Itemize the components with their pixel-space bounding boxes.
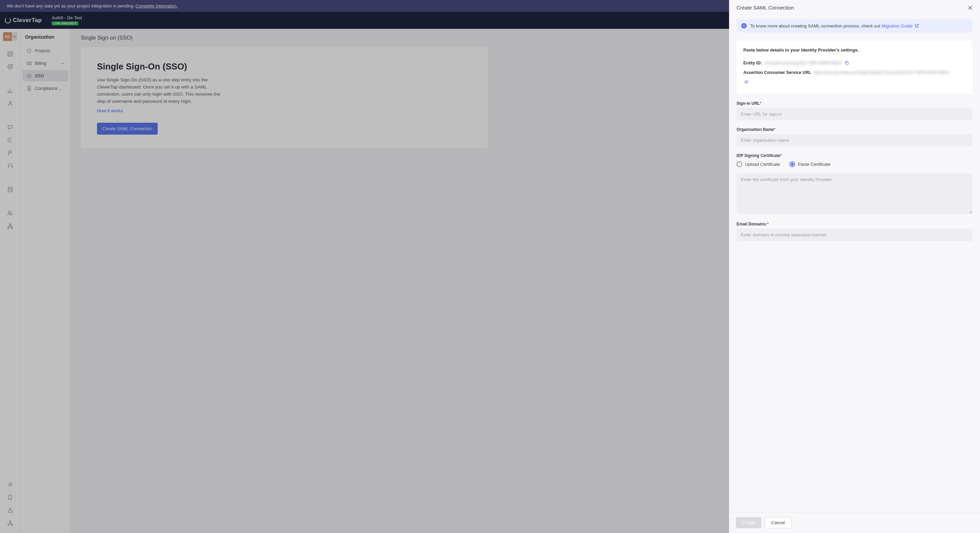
acs-url-value: https://sso.clevertap.com/login/callback… xyxy=(814,70,966,75)
project-info[interactable]: Auth0 - De Test LIVE PROJECT xyxy=(51,15,82,25)
svg-point-8 xyxy=(8,211,11,213)
panel-title: Create SAML Connection xyxy=(737,5,794,11)
svg-point-12 xyxy=(9,484,11,485)
entity-id-label: Entity ID: xyxy=(743,61,762,65)
svg-rect-0 xyxy=(8,51,10,54)
sidebar-item-label: SSO xyxy=(35,73,44,78)
live-project-badge: LIVE PROJECT xyxy=(51,21,78,25)
chevron-down-icon xyxy=(61,62,64,65)
copy-icon[interactable] xyxy=(845,61,850,65)
side-nav-title: Organization xyxy=(20,29,70,45)
side-nav: Organization Projects Billing SSO Compli… xyxy=(20,29,70,533)
svg-rect-3 xyxy=(11,54,13,56)
sidebar-item-compliance[interactable]: Compliance & ... xyxy=(22,83,68,94)
svg-rect-10 xyxy=(8,227,9,229)
external-link-icon xyxy=(915,24,919,28)
svg-rect-16 xyxy=(27,62,31,65)
cert-label: IDP Signing Certificate* xyxy=(737,153,972,158)
create-saml-panel: Create SAML Connection i To know more ab… xyxy=(729,0,980,533)
project-name: Auth0 - De Test xyxy=(51,15,82,20)
sitemap-icon[interactable] xyxy=(4,517,16,529)
paste-cert-radio[interactable]: Paste Certificate xyxy=(789,161,830,167)
sidebar-item-sso[interactable]: SSO xyxy=(22,70,68,81)
svg-point-13 xyxy=(10,521,11,522)
shield-check-icon xyxy=(27,73,32,78)
sidebar-item-label: Projects xyxy=(35,48,50,53)
bookmark-icon[interactable] xyxy=(4,491,16,503)
logo-icon xyxy=(5,17,11,23)
entity-id-value: urn:auth0:clevertap:ELF-RRR-WWR-RBKZ xyxy=(765,61,842,65)
sso-card: Single Sign-On (SSO) Use Single Sign-On … xyxy=(81,47,488,148)
migration-guide-link[interactable]: Migration Guide xyxy=(882,23,919,29)
doc-icon xyxy=(27,86,32,91)
sidebar-item-label: Compliance & ... xyxy=(35,86,63,91)
target-icon[interactable] xyxy=(4,61,16,73)
app-logo[interactable]: CleverTap xyxy=(5,17,47,24)
alert-icon[interactable] xyxy=(4,504,16,516)
icon-rail: AD xyxy=(0,29,20,533)
domains-label: Email Domains:* xyxy=(737,222,972,226)
org-name-label: Organisation Name* xyxy=(737,127,972,132)
sidebar-item-label: Billing xyxy=(35,61,46,66)
complete-integration-link[interactable]: Complete Integration. xyxy=(136,3,178,8)
svg-point-7 xyxy=(8,187,12,189)
acs-url-label: Assertion Consumer Service URL xyxy=(743,70,811,75)
create-saml-button[interactable]: Create SAML Connection xyxy=(97,123,158,135)
copy-icon[interactable] xyxy=(744,80,749,84)
info-strip: i To know more about creating SAML conne… xyxy=(737,19,972,33)
create-button[interactable]: Create xyxy=(736,517,761,528)
card-icon xyxy=(27,61,32,66)
idp-details-card: Paste below details in your Identity Pro… xyxy=(737,41,972,94)
chevron-down-icon xyxy=(12,32,17,41)
svg-point-5 xyxy=(9,66,11,68)
how-it-works-link[interactable]: How it works xyxy=(97,108,123,113)
org-tree-icon[interactable] xyxy=(4,220,16,232)
svg-rect-9 xyxy=(10,224,11,225)
boards-icon[interactable] xyxy=(4,48,16,60)
signin-url-label: Sign-in URL* xyxy=(737,101,972,106)
shield-icon xyxy=(27,48,32,53)
radio-label: Upload Certificate xyxy=(745,162,780,167)
domains-input[interactable] xyxy=(737,229,972,241)
radio-icon xyxy=(789,161,795,167)
svg-rect-17 xyxy=(846,62,848,64)
sidebar-item-projects[interactable]: Projects xyxy=(22,45,68,56)
svg-point-14 xyxy=(8,524,9,525)
svg-point-15 xyxy=(11,524,13,525)
svg-point-6 xyxy=(9,101,11,103)
flow-icon[interactable] xyxy=(4,134,16,146)
chart-icon[interactable] xyxy=(4,84,16,97)
radio-label: Paste Certificate xyxy=(798,162,830,167)
page-title: Single Sign-On (SSO) xyxy=(97,61,471,72)
svg-rect-11 xyxy=(11,227,13,229)
banner-text: We don't have any data yet as your proje… xyxy=(7,3,135,8)
radio-icon xyxy=(737,161,742,167)
gear-icon[interactable] xyxy=(4,479,16,491)
user-add-icon[interactable] xyxy=(4,207,16,220)
headset-icon[interactable] xyxy=(4,160,16,172)
message-icon[interactable] xyxy=(4,121,16,133)
logo-text: CleverTap xyxy=(13,17,42,24)
user-icon[interactable] xyxy=(4,97,16,110)
svg-rect-2 xyxy=(8,55,10,56)
idp-card-title: Paste below details in your Identity Pro… xyxy=(743,48,966,53)
cancel-button[interactable]: Cancel xyxy=(765,517,791,528)
org-name-input[interactable] xyxy=(737,134,972,146)
signin-url-input[interactable] xyxy=(737,108,972,120)
sso-description: Use Single Sign-On (SSO) as a one step e… xyxy=(97,76,226,105)
avatar: AD xyxy=(3,32,12,41)
svg-rect-1 xyxy=(11,51,13,53)
cert-textarea[interactable] xyxy=(737,173,972,214)
account-switcher[interactable]: AD xyxy=(3,32,17,41)
database-icon[interactable] xyxy=(4,183,16,196)
info-icon: i xyxy=(741,23,747,29)
flag-icon[interactable] xyxy=(4,147,16,159)
upload-cert-radio[interactable]: Upload Certificate xyxy=(737,161,780,167)
info-text: To know more about creating SAML connect… xyxy=(750,23,882,29)
sidebar-item-billing[interactable]: Billing xyxy=(22,58,68,69)
close-icon[interactable] xyxy=(968,5,972,10)
